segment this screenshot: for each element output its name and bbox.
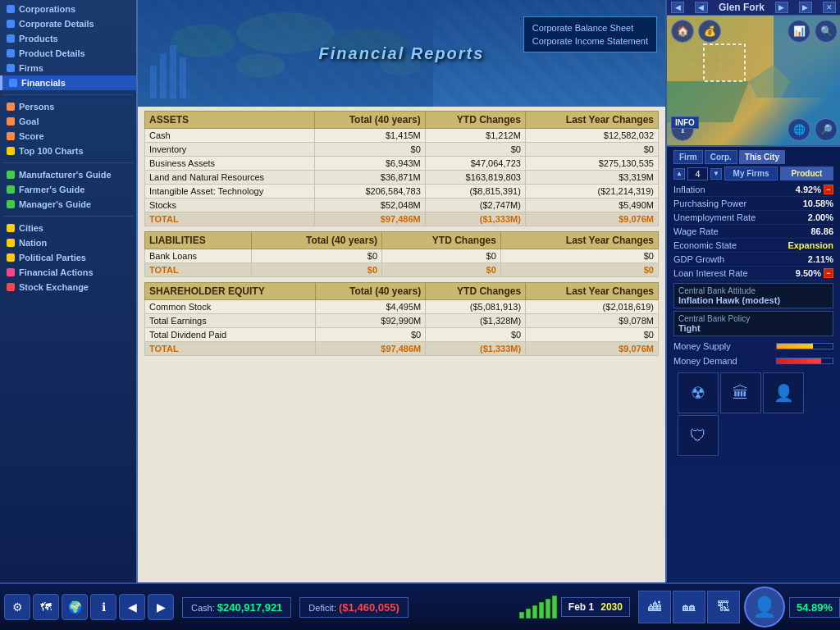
assets-table: ASSETS Total (40 years) YTD Changes Last…: [144, 111, 659, 226]
map-icon[interactable]: 🗺: [33, 594, 59, 620]
building-icon[interactable]: 🏛: [720, 372, 761, 413]
prev-button[interactable]: ◀: [671, 2, 684, 13]
neg-indicator[interactable]: −: [824, 185, 833, 194]
tab-corp[interactable]: Corp.: [705, 150, 737, 164]
sidebar-item-managers-guide[interactable]: Manager's Guide: [0, 197, 136, 212]
num-display: 4: [687, 167, 708, 180]
cash-value: $240,917,921: [217, 601, 283, 614]
num-down-button[interactable]: ▼: [710, 168, 722, 180]
sidebar-item-persons[interactable]: Persons: [0, 99, 136, 114]
tab-firm[interactable]: Firm: [673, 150, 703, 164]
sidebar-item-corporate-details[interactable]: Corporate Details: [0, 16, 136, 31]
cash-display: Cash: $240,917,921: [182, 597, 291, 618]
table-row: Bank Loans $0 $0 $0: [145, 249, 659, 263]
neg-indicator-loan[interactable]: −: [824, 268, 833, 278]
tab-my-firms[interactable]: My Firms: [724, 167, 778, 180]
deficit-label: Deficit:: [308, 603, 336, 613]
bullet-icon: [7, 64, 15, 72]
bullet-icon: [7, 132, 15, 140]
sidebar-item-financial-actions[interactable]: Financial Actions: [0, 265, 136, 280]
city-name: Glen Fork: [719, 2, 765, 13]
sidebar-item-manufacturers-guide[interactable]: Manufacturer's Guide: [0, 167, 136, 182]
sidebar-item-corporations[interactable]: Corporations: [0, 2, 136, 16]
sidebar-item-goal[interactable]: Goal: [0, 114, 136, 129]
approval-value: 54.89%: [797, 601, 833, 614]
map-icon-zoom[interactable]: 🔎: [815, 118, 838, 141]
tool-icon[interactable]: ⚙: [4, 594, 30, 620]
speed-bars[interactable]: [519, 596, 557, 619]
mini-map[interactable]: 🏠 💰 📊 🔍 ℹ 🌐 🔎 INFO: [667, 16, 840, 147]
shield-icon[interactable]: 🛡: [678, 415, 719, 456]
stat-row-loan-interest: Loan Interest Rate 9.50% −: [673, 267, 833, 281]
assets-total-row: TOTAL $97,486M ($1,333M) $9,076M: [145, 212, 659, 226]
forward-icon[interactable]: ▶: [148, 594, 174, 620]
map-icon-chart[interactable]: 📊: [788, 20, 810, 43]
close-button[interactable]: ✕: [823, 2, 836, 13]
bullet-icon: [7, 200, 15, 208]
menu-income-statement[interactable]: Corporate Income Statement: [532, 34, 648, 48]
sidebar-item-products[interactable]: Products: [0, 31, 136, 46]
advisor-icon[interactable]: 👤: [744, 587, 785, 628]
tab-this-city[interactable]: This City: [739, 150, 785, 164]
right-panel: ◀ ◀ Glen Fork ▶ ▶ ✕ 🏠 💰 📊 🔍: [665, 0, 840, 582]
sidebar-item-nation[interactable]: Nation: [0, 235, 136, 250]
next-button[interactable]: ▶: [775, 2, 788, 13]
money-supply-bar: [776, 343, 833, 349]
back-icon[interactable]: ◀: [119, 594, 145, 620]
map-icon-info[interactable]: 🔍: [815, 20, 838, 43]
city-btn-1[interactable]: 🏙: [638, 591, 671, 623]
cba-title: Central Bank Attitude: [678, 286, 829, 295]
map-icon-money[interactable]: 💰: [698, 20, 721, 43]
sidebar-item-cities[interactable]: Cities: [0, 221, 136, 235]
stat-label: Wage Rate: [673, 226, 719, 236]
prev-button2[interactable]: ◀: [695, 2, 708, 13]
svg-point-1: [171, 25, 236, 57]
deficit-value: ($1,460,055): [339, 601, 399, 614]
sidebar-item-farmers-guide[interactable]: Farmer's Guide: [0, 182, 136, 197]
sidebar: Corporations Corporate Details Products …: [0, 0, 138, 582]
num-up-button[interactable]: ▲: [673, 168, 685, 180]
speed-bar-3: [532, 605, 537, 619]
bottom-icons: ⚙ 🗺 🌍 ℹ ◀ ▶: [0, 594, 178, 620]
cbp-title: Central Bank Policy: [678, 314, 829, 323]
map-icon-globe[interactable]: 🌐: [788, 118, 810, 141]
stat-label: Unemployment Rate: [673, 212, 756, 222]
stat-row-purchasing-power: Purchasing Power 10.58%: [673, 197, 833, 211]
sidebar-item-stock-exchange[interactable]: Stock Exchange: [0, 280, 136, 294]
svg-rect-17: [180, 57, 186, 98]
next-button2[interactable]: ▶: [799, 2, 812, 13]
sidebar-item-firms[interactable]: Firms: [0, 61, 136, 75]
sidebar-item-political-parties[interactable]: Political Parties: [0, 250, 136, 265]
table-row: Land and Natural Resources $36,871M $163…: [145, 171, 659, 185]
info-icon[interactable]: ℹ: [90, 594, 116, 620]
bullet-icon: [7, 268, 15, 276]
equity-header: SHAREHOLDER EQUITY Total (40 years) YTD …: [145, 283, 659, 300]
central-bank-attitude-block: Central Bank Attitude Inflation Hawk (mo…: [673, 283, 833, 308]
map-icon-home[interactable]: 🏠: [671, 20, 694, 43]
sidebar-item-score[interactable]: Score: [0, 129, 136, 144]
info-badge[interactable]: INFO: [671, 116, 699, 129]
menu-balance-sheet[interactable]: Corporate Balance Sheet: [532, 21, 648, 34]
table-row: Total Earnings $92,990M ($1,328M) $9,078…: [145, 314, 659, 328]
city-btn-2[interactable]: 🏘: [673, 591, 705, 623]
sidebar-item-product-details[interactable]: Product Details: [0, 46, 136, 61]
stat-value: 2.00%: [808, 212, 833, 222]
bullet-icon: [7, 49, 15, 57]
stat-label: GDP Growth: [673, 254, 724, 264]
sidebar-section-guides: Manufacturer's Guide Farmer's Guide Mana…: [0, 166, 136, 213]
person-icon[interactable]: 👤: [763, 372, 804, 413]
bullet-icon: [7, 5, 15, 13]
right-bottom-icons: ☢ 🏛 👤 🛡: [673, 368, 833, 460]
sidebar-item-top100[interactable]: Top 100 Charts: [0, 144, 136, 158]
city-btn-3[interactable]: 🏗: [707, 591, 740, 623]
sidebar-item-financials[interactable]: Financials: [0, 75, 136, 90]
tab-product[interactable]: Product: [780, 167, 833, 180]
cba-value: Inflation Hawk (modest): [678, 295, 829, 305]
bullet-icon: [7, 103, 15, 111]
liabilities-table: LIABILITIES Total (40 years) YTD Changes…: [144, 231, 659, 277]
bullet-icon: [7, 224, 15, 232]
bottom-bar: ⚙ 🗺 🌍 ℹ ◀ ▶ Cash: $240,917,921 Deficit: …: [0, 582, 840, 630]
hazard-icon[interactable]: ☢: [678, 372, 719, 413]
globe-icon[interactable]: 🌍: [62, 594, 88, 620]
bullet-icon: [7, 20, 15, 28]
